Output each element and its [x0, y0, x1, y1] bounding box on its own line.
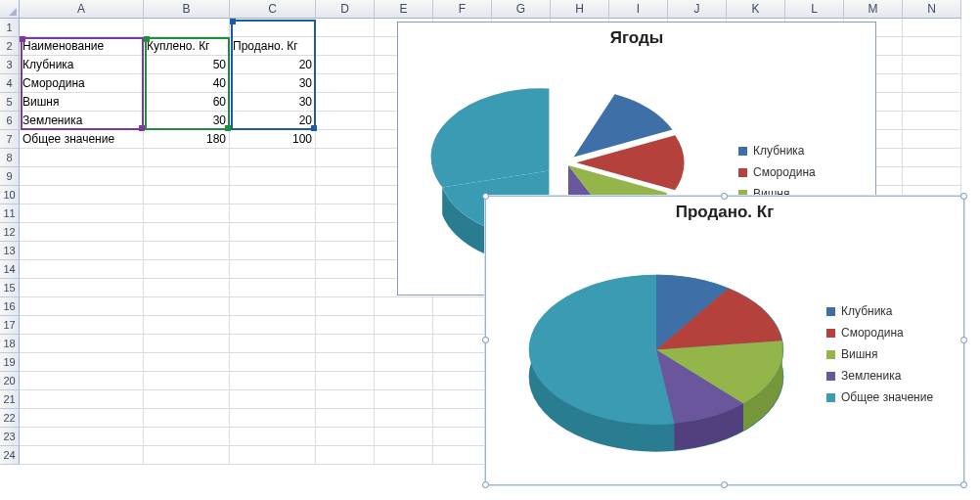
cell[interactable]: 30: [230, 74, 316, 93]
cell[interactable]: [144, 353, 230, 372]
row-header[interactable]: 4: [0, 74, 20, 93]
row-header[interactable]: 12: [0, 223, 20, 242]
row-header[interactable]: 22: [0, 409, 20, 428]
cell[interactable]: [316, 205, 375, 223]
cell[interactable]: [20, 149, 144, 167]
cell[interactable]: [230, 205, 316, 223]
cell[interactable]: Продано. Кг: [230, 37, 316, 56]
cell[interactable]: [230, 446, 316, 465]
cell[interactable]: [433, 409, 492, 428]
cell[interactable]: [316, 37, 375, 56]
cell[interactable]: 180: [144, 130, 230, 149]
cell[interactable]: [316, 316, 375, 335]
row-header[interactable]: 1: [0, 19, 20, 37]
cell[interactable]: [375, 316, 433, 335]
row-header[interactable]: 24: [0, 446, 20, 465]
cell[interactable]: 20: [230, 56, 316, 74]
cell[interactable]: [230, 390, 316, 409]
cell[interactable]: [903, 19, 961, 37]
column-header[interactable]: E: [375, 0, 433, 19]
row-header[interactable]: 10: [0, 186, 20, 205]
cell[interactable]: [375, 446, 433, 465]
cell[interactable]: [316, 167, 375, 186]
cell[interactable]: [230, 19, 316, 37]
cell[interactable]: [903, 149, 961, 167]
cell[interactable]: [230, 316, 316, 335]
row-header[interactable]: 16: [0, 297, 20, 316]
cell[interactable]: [20, 186, 144, 205]
cell[interactable]: [433, 390, 492, 409]
cell[interactable]: [20, 428, 144, 446]
row-header[interactable]: 15: [0, 279, 20, 297]
cell[interactable]: [316, 130, 375, 149]
resize-handle[interactable]: [721, 481, 728, 488]
row-header[interactable]: 17: [0, 316, 20, 335]
cell[interactable]: [144, 297, 230, 316]
cell[interactable]: [144, 335, 230, 353]
column-header[interactable]: L: [785, 0, 844, 19]
resize-handle[interactable]: [960, 193, 967, 200]
resize-handle[interactable]: [721, 193, 728, 200]
cell[interactable]: [230, 223, 316, 242]
cell[interactable]: [316, 353, 375, 372]
cell[interactable]: [20, 446, 144, 465]
column-header[interactable]: N: [903, 0, 961, 19]
cell[interactable]: [316, 279, 375, 297]
cell[interactable]: [375, 353, 433, 372]
cell[interactable]: [375, 335, 433, 353]
row-header[interactable]: 13: [0, 242, 20, 260]
cell[interactable]: [230, 167, 316, 186]
cell[interactable]: [144, 409, 230, 428]
cell[interactable]: [144, 205, 230, 223]
cell[interactable]: [20, 242, 144, 260]
cell[interactable]: [144, 19, 230, 37]
cell[interactable]: [903, 74, 961, 93]
cell[interactable]: [144, 260, 230, 279]
column-header[interactable]: H: [551, 0, 609, 19]
column-header[interactable]: J: [668, 0, 727, 19]
cell[interactable]: 30: [230, 93, 316, 112]
column-header[interactable]: G: [492, 0, 551, 19]
cell[interactable]: [316, 446, 375, 465]
cell[interactable]: [316, 428, 375, 446]
cell[interactable]: [230, 186, 316, 205]
row-header[interactable]: 20: [0, 372, 20, 390]
cell[interactable]: [433, 353, 492, 372]
cell[interactable]: [316, 242, 375, 260]
select-all-corner[interactable]: [0, 0, 20, 19]
cell[interactable]: [144, 316, 230, 335]
cell[interactable]: 50: [144, 56, 230, 74]
row-header[interactable]: 8: [0, 149, 20, 167]
cell[interactable]: 40: [144, 74, 230, 93]
row-header[interactable]: 9: [0, 167, 20, 186]
cell[interactable]: [316, 74, 375, 93]
row-header[interactable]: 3: [0, 56, 20, 74]
cell[interactable]: Наименование: [20, 37, 144, 56]
cell[interactable]: [903, 37, 961, 56]
cell[interactable]: [144, 242, 230, 260]
cell[interactable]: [230, 279, 316, 297]
cell[interactable]: [375, 390, 433, 409]
cell[interactable]: [144, 167, 230, 186]
cell[interactable]: [144, 390, 230, 409]
cell[interactable]: [903, 167, 961, 186]
cell[interactable]: [316, 335, 375, 353]
column-header[interactable]: I: [609, 0, 668, 19]
cell[interactable]: [903, 130, 961, 149]
row-header[interactable]: 5: [0, 93, 20, 112]
cell[interactable]: [20, 390, 144, 409]
row-header[interactable]: 11: [0, 205, 20, 223]
cell[interactable]: [375, 297, 433, 316]
cell[interactable]: [144, 446, 230, 465]
cell[interactable]: [230, 297, 316, 316]
row-header[interactable]: 23: [0, 428, 20, 446]
column-header[interactable]: F: [433, 0, 492, 19]
row-header[interactable]: 19: [0, 353, 20, 372]
resize-handle[interactable]: [482, 481, 489, 488]
cell[interactable]: Общее значение: [20, 130, 144, 149]
cell[interactable]: [316, 223, 375, 242]
cell[interactable]: Смородина: [20, 74, 144, 93]
cell[interactable]: [316, 260, 375, 279]
row-header[interactable]: 14: [0, 260, 20, 279]
cell[interactable]: Куплено. Кг: [144, 37, 230, 56]
